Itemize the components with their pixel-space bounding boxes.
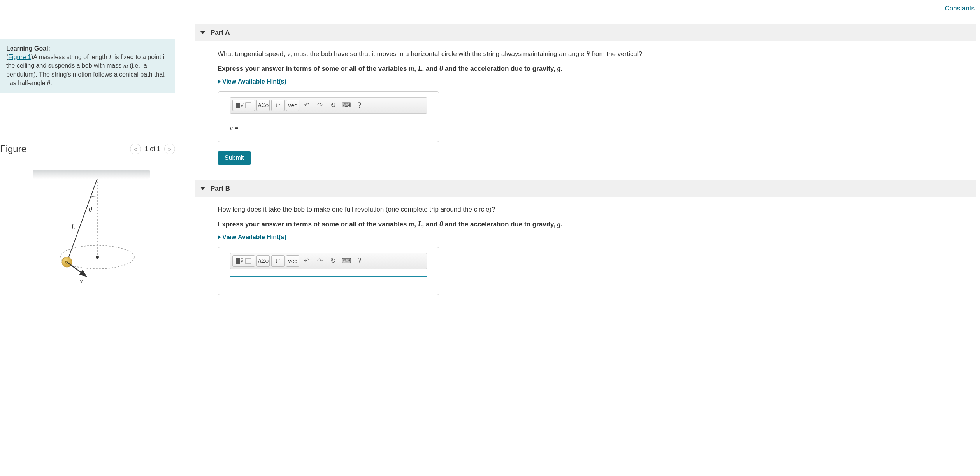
part-a-toolbar: □ √ ΑΣφ ↓↑ vec ↶ ↷ ↻ ⌨ ? (230, 97, 427, 114)
expand-icon (218, 79, 221, 84)
collapse-icon[interactable] (200, 31, 205, 34)
part-b-body: How long does it take the bob to make on… (195, 197, 976, 299)
svg-line-4 (67, 178, 97, 262)
subsup-button[interactable]: ↓↑ (271, 100, 285, 111)
part-b-header[interactable]: Part B (195, 180, 976, 197)
keyboard-icon[interactable]: ⌨ (341, 255, 352, 267)
part-b-question: How long does it take the bob to make on… (218, 205, 971, 215)
svg-text:√: √ (241, 258, 244, 264)
learning-goal-box: Learning Goal: (Figure 1)A massless stri… (0, 39, 175, 93)
vec-button[interactable]: vec (286, 255, 299, 267)
redo-icon[interactable]: ↷ (314, 100, 326, 111)
part-b-answer-input[interactable] (230, 276, 427, 292)
greek-button[interactable]: ΑΣφ (256, 255, 270, 267)
part-b-instructions: Express your answer in terms of some or … (218, 220, 971, 228)
help-icon[interactable]: ? (354, 100, 365, 111)
figure-prev-button[interactable]: < (130, 144, 141, 154)
reset-icon[interactable]: ↻ (327, 100, 339, 111)
collapse-icon[interactable] (200, 187, 205, 190)
right-column: Constants Part A What tangential speed, … (179, 0, 980, 476)
svg-line-6 (67, 262, 86, 276)
keyboard-icon[interactable]: ⌨ (341, 100, 352, 111)
var-m: m (123, 62, 128, 69)
learning-goal-heading: Learning Goal: (6, 45, 50, 52)
var-theta: θ (47, 79, 50, 87)
part-a-instructions: Express your answer in terms of some or … (218, 65, 971, 73)
part-a-answer-input[interactable] (242, 121, 427, 136)
figure-block: Figure < 1 of 1 > (0, 144, 175, 287)
svg-rect-10 (246, 103, 251, 108)
part-a-title: Part A (211, 29, 230, 37)
part-b-answer-box: □ √ ΑΣφ ↓↑ vec ↶ ↷ ↻ ⌨ ? (218, 247, 439, 295)
subsup-button[interactable]: ↓↑ (271, 255, 285, 267)
svg-rect-0 (33, 170, 150, 178)
redo-icon[interactable]: ↷ (314, 255, 326, 267)
undo-icon[interactable]: ↶ (301, 100, 313, 111)
svg-label-v: v (80, 277, 83, 284)
part-a-answer-box: □ √ ΑΣφ ↓↑ vec ↶ ↷ ↻ ⌨ ? v = (218, 91, 439, 142)
vec-button[interactable]: vec (286, 100, 299, 111)
part-a-body: What tangential speed, v, must the bob h… (195, 41, 976, 146)
left-column: Learning Goal: (Figure 1)A massless stri… (0, 0, 179, 476)
part-a-submit-button[interactable]: Submit (218, 151, 251, 164)
part-b-toolbar: □ √ ΑΣφ ↓↑ vec ↶ ↷ ↻ ⌨ ? (230, 253, 427, 269)
svg-point-3 (96, 256, 99, 259)
part-b-title: Part B (211, 185, 230, 192)
expand-icon (218, 235, 221, 240)
greek-button[interactable]: ΑΣφ (256, 100, 270, 111)
part-a-header[interactable]: Part A (195, 24, 976, 41)
help-icon[interactable]: ? (354, 255, 365, 267)
templates-button[interactable]: □ √ (232, 255, 255, 267)
part-a-question: What tangential speed, v, must the bob h… (218, 49, 971, 59)
svg-label-theta: θ (89, 205, 92, 213)
svg-text:√: √ (241, 103, 244, 108)
figure-counter: 1 of 1 (145, 145, 160, 152)
reset-icon[interactable]: ↻ (327, 255, 339, 267)
figure-1-link[interactable]: Figure 1 (8, 54, 31, 60)
part-a-lhs: v = (230, 124, 239, 132)
figure-title: Figure (0, 144, 130, 154)
undo-icon[interactable]: ↶ (301, 255, 313, 267)
constants-link[interactable]: Constants (945, 5, 975, 12)
svg-rect-11 (236, 258, 240, 264)
templates-button[interactable]: □ √ (232, 100, 255, 111)
figure-diagram: θ L m v (0, 167, 175, 287)
part-b-hints-toggle[interactable]: View Available Hint(s) (218, 234, 971, 241)
svg-rect-7 (236, 103, 240, 108)
part-a-hints-toggle[interactable]: View Available Hint(s) (218, 78, 971, 85)
svg-label-m: m (65, 259, 69, 265)
svg-label-L: L (71, 222, 76, 231)
svg-rect-14 (246, 258, 251, 264)
figure-next-button[interactable]: > (164, 144, 175, 154)
